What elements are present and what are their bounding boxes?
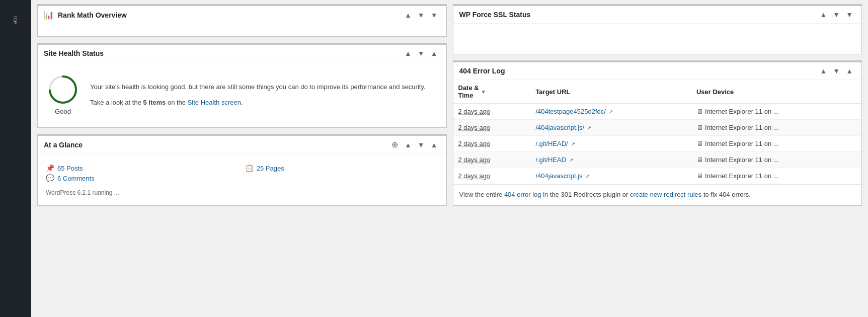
at-a-glance-menu-btn[interactable]: ▲ xyxy=(428,140,440,149)
table-row: 2 days ago/404javascript.js ↗🖥Internet E… xyxy=(453,168,862,184)
glance-posts: 📌 65 Posts xyxy=(46,164,239,172)
error-log-widget-header[interactable]: 404 Error Log ▲ ▼ ▲ xyxy=(453,62,862,80)
external-link-icon: ↗ xyxy=(567,157,573,163)
left-column: 📊 Rank Math Overview ▲ ▼ ▼ Site Healt xyxy=(37,4,447,206)
rank-math-controls: ▲ ▼ ▼ xyxy=(402,11,440,20)
wp-force-ssl-widget-body xyxy=(453,24,862,54)
device-icon: 🖥 xyxy=(696,156,703,164)
error-log-table: Date &Time ▼ Target URL User Device 2 da… xyxy=(453,80,862,184)
at-a-glance-widget: At a Glance ⊕ ▲ ▼ ▲ 📌 xyxy=(37,134,447,206)
wp-force-ssl-widget-title: WP Force SSL Status xyxy=(459,11,531,19)
glance-grid: 📌 65 Posts 📋 25 Pages 💬 6 Comments xyxy=(44,160,440,186)
error-url-cell: /.git/HEAD/ ↗ xyxy=(530,136,691,152)
col-date-time[interactable]: Date &Time ▼ xyxy=(453,80,531,104)
wp-force-ssl-widget-header[interactable]: WP Force SSL Status ▲ ▼ ▼ xyxy=(453,6,862,24)
rank-math-widget: 📊 Rank Math Overview ▲ ▼ ▼ xyxy=(37,4,447,37)
error-url-cell: /404javascript.js/ ↗ xyxy=(530,120,691,136)
error-url-cell: /.git/HEAD ↗ xyxy=(530,152,691,168)
error-url-link[interactable]: /.git/HEAD xyxy=(535,156,566,164)
rank-math-menu-btn[interactable]: ▼ xyxy=(428,11,440,20)
col-target-url: Target URL xyxy=(530,80,691,104)
at-a-glance-controls: ▲ ▼ ▲ xyxy=(402,140,440,149)
at-a-glance-collapse-down-btn[interactable]: ▼ xyxy=(415,140,427,149)
site-health-widget-header[interactable]: Site Health Status ▲ ▼ ▲ xyxy=(38,45,446,62)
error-url-cell: /404javascript.js ↗ xyxy=(530,168,691,184)
device-text: Internet Explorer 11 on ... xyxy=(705,124,779,131)
device-icon: 🖥 xyxy=(696,140,703,147)
col-user-device: User Device xyxy=(691,80,861,104)
site-health-collapse-down-btn[interactable]: ▼ xyxy=(415,49,427,58)
main-content: 📊 Rank Math Overview ▲ ▼ ▼ Site Healt xyxy=(31,0,868,317)
error-log-widget: 404 Error Log ▲ ▼ ▲ xyxy=(453,60,862,206)
site-health-widget: Site Health Status ▲ ▼ ▲ xyxy=(37,43,447,128)
health-status-label: Good xyxy=(55,108,71,115)
site-health-screen-link[interactable]: Site Health screen xyxy=(188,99,241,106)
health-circle-container: Good xyxy=(48,74,78,115)
health-circle-svg xyxy=(48,74,78,105)
error-date-cell: 2 days ago xyxy=(453,136,531,152)
device-icon: 🖥 xyxy=(696,108,703,115)
wp-force-ssl-collapse-down-btn[interactable]: ▼ xyxy=(830,10,842,19)
wp-version-info: WordPress 6.2.1 running ... xyxy=(44,186,440,199)
error-device-cell: 🖥Internet Explorer 11 on ... xyxy=(691,136,861,152)
table-row: 2 days ago/.git/HEAD ↗🖥Internet Explorer… xyxy=(453,152,862,168)
error-date-cell: 2 days ago xyxy=(453,168,531,184)
health-desc-2: Take a look at the 5 items on the Site H… xyxy=(90,98,426,108)
error-log-menu-btn[interactable]: ▲ xyxy=(843,66,855,75)
glance-comments: 💬 6 Comments xyxy=(46,174,239,182)
error-url-link[interactable]: /404javascript.js/ xyxy=(535,124,584,131)
site-health-collapse-up-btn[interactable]: ▲ xyxy=(402,49,414,58)
health-desc-1: Your site's health is looking good, but … xyxy=(90,82,426,93)
error-log-collapse-up-btn[interactable]: ▲ xyxy=(817,66,829,75)
error-url-link[interactable]: /.git/HEAD/ xyxy=(535,140,568,147)
rank-math-collapse-down-btn[interactable]: ▼ xyxy=(415,11,427,20)
move-icon[interactable]: ⊕ xyxy=(391,140,398,149)
rank-math-icon: 📊 xyxy=(44,10,54,20)
site-health-menu-btn[interactable]: ▲ xyxy=(428,49,440,58)
create-redirect-rules-link[interactable]: create new redirect rules xyxy=(630,191,701,198)
comments-link[interactable]: 6 Comments xyxy=(57,175,95,182)
table-row: 2 days ago/404javascript.js/ ↗🖥Internet … xyxy=(453,120,862,136)
device-text: Internet Explorer 11 on ... xyxy=(705,108,779,115)
error-log-collapse-down-btn[interactable]: ▼ xyxy=(830,66,842,75)
posts-link[interactable]: 65 Posts xyxy=(57,165,83,172)
at-a-glance-widget-title: At a Glance xyxy=(44,141,83,149)
at-a-glance-header-right: ⊕ ▲ ▼ ▲ xyxy=(391,140,440,149)
at-a-glance-collapse-up-btn[interactable]: ▲ xyxy=(402,140,414,149)
rank-math-collapse-up-btn[interactable]: ▲ xyxy=(402,11,414,20)
error-url-link[interactable]: /404javascript.js xyxy=(535,172,582,180)
device-text: Internet Explorer 11 on ... xyxy=(705,156,779,164)
error-log-full-link[interactable]: 404 error log xyxy=(504,191,541,198)
posts-icon: 📌 xyxy=(46,164,54,172)
table-row: 2 days ago/.git/HEAD/ ↗🖥Internet Explore… xyxy=(453,136,862,152)
dashboard-grid: 📊 Rank Math Overview ▲ ▼ ▼ Site Healt xyxy=(37,0,862,206)
error-date-cell: 2 days ago xyxy=(453,152,531,168)
error-device-cell: 🖥Internet Explorer 11 on ... xyxy=(691,152,861,168)
pages-icon: 📋 xyxy=(245,164,254,172)
rank-math-widget-body xyxy=(38,24,446,36)
device-text: Internet Explorer 11 on ... xyxy=(705,172,779,180)
wp-force-ssl-widget: WP Force SSL Status ▲ ▼ ▼ xyxy=(453,4,862,54)
site-health-controls: ▲ ▼ ▲ xyxy=(402,49,440,58)
error-log-widget-body: Date &Time ▼ Target URL User Device 2 da… xyxy=(453,80,862,205)
site-health-widget-title: Site Health Status xyxy=(44,49,104,57)
wp-force-ssl-controls: ▲ ▼ ▼ xyxy=(817,10,855,19)
wp-force-ssl-menu-btn[interactable]: ▼ xyxy=(843,10,855,19)
health-description: Your site's health is looking good, but … xyxy=(90,82,426,108)
error-url-cell: /404testpage4525d2fdc/ ↗ xyxy=(530,104,691,120)
wp-force-ssl-collapse-up-btn[interactable]: ▲ xyxy=(817,10,829,19)
device-icon: 🖥 xyxy=(696,172,703,180)
site-health-widget-body: Good Your site's health is looking good,… xyxy=(38,62,446,127)
error-log-footer: View the entire 404 error log in the 301… xyxy=(453,184,862,205)
external-link-icon: ↗ xyxy=(607,109,613,115)
error-log-widget-title: 404 Error Log xyxy=(459,67,505,75)
at-a-glance-widget-body: 📌 65 Posts 📋 25 Pages 💬 6 Comments xyxy=(38,154,446,205)
error-device-cell: 🖥Internet Explorer 11 on ... xyxy=(691,104,861,120)
pages-link[interactable]: 25 Pages xyxy=(257,165,284,172)
error-url-link[interactable]: /404testpage4525d2fdc/ xyxy=(535,108,606,115)
right-column: WP Force SSL Status ▲ ▼ ▼ 404 Error Log xyxy=(453,4,862,206)
at-a-glance-widget-header[interactable]: At a Glance ⊕ ▲ ▼ ▲ xyxy=(38,136,446,154)
device-text: Internet Explorer 11 on ... xyxy=(705,140,779,147)
rank-math-widget-header[interactable]: 📊 Rank Math Overview ▲ ▼ ▼ xyxy=(38,6,446,24)
sidebar-label: rce xyxy=(9,10,23,30)
